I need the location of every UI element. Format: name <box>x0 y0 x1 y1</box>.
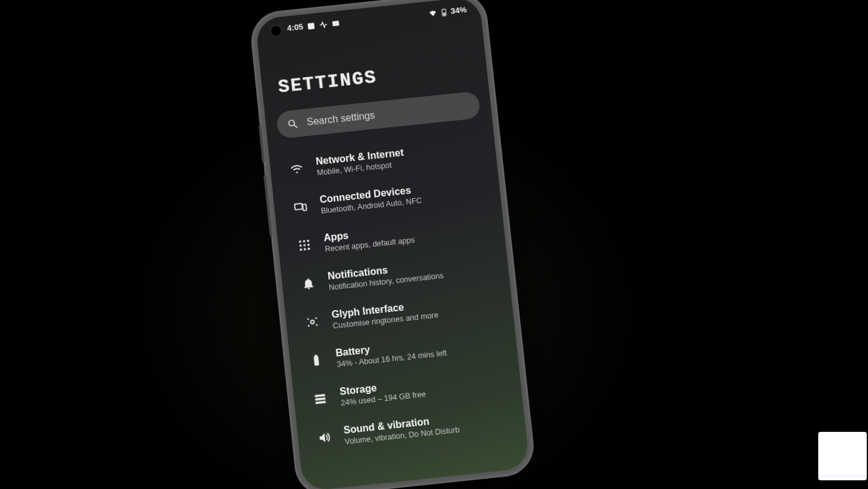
svg-line-6 <box>294 125 297 128</box>
wifi-icon <box>289 161 305 177</box>
battery-status-icon <box>439 7 448 16</box>
svg-rect-7 <box>295 203 303 209</box>
battery-icon <box>308 352 325 369</box>
svg-point-13 <box>303 244 306 247</box>
search-input[interactable]: Search settings <box>276 91 481 139</box>
svg-point-15 <box>300 249 302 251</box>
corner-widget[interactable] <box>818 432 867 480</box>
svg-point-16 <box>303 248 306 250</box>
svg-point-11 <box>307 240 309 242</box>
svg-point-10 <box>303 240 305 242</box>
svg-point-17 <box>308 247 310 250</box>
svg-rect-26 <box>315 397 326 400</box>
camera-punch-hole <box>270 25 281 36</box>
activity-icon <box>319 20 328 29</box>
devices-icon <box>292 199 308 215</box>
svg-point-18 <box>310 320 314 324</box>
apps-icon <box>297 237 313 254</box>
svg-point-20 <box>315 318 317 319</box>
status-time: 4:05 <box>287 22 303 32</box>
svg-point-14 <box>307 244 310 246</box>
settings-list: Network & Internet Mobile, Wi-Fi, hotspo… <box>269 129 526 460</box>
search-icon <box>287 118 299 130</box>
storage-icon <box>312 391 328 408</box>
svg-point-21 <box>308 325 310 327</box>
svg-rect-2 <box>332 21 339 26</box>
glyph-icon <box>304 314 320 330</box>
bell-icon <box>300 275 316 291</box>
calendar-icon <box>307 21 316 30</box>
volume-icon <box>316 429 332 446</box>
phone-screen: 4:05 <box>255 0 530 489</box>
corner-widget-bar <box>818 475 867 478</box>
page-title: SETTINGS <box>277 55 487 98</box>
svg-rect-8 <box>303 204 307 211</box>
svg-point-22 <box>316 324 318 326</box>
svg-point-12 <box>299 244 302 247</box>
status-battery-text: 34% <box>450 5 467 16</box>
wifi-status-icon <box>428 8 437 17</box>
svg-point-19 <box>307 318 309 320</box>
svg-rect-27 <box>315 401 326 404</box>
svg-rect-25 <box>315 394 325 397</box>
svg-rect-4 <box>443 12 445 15</box>
svg-point-9 <box>299 240 302 243</box>
picture-icon <box>331 19 340 28</box>
svg-rect-23 <box>313 355 319 365</box>
search-placeholder: Search settings <box>306 110 375 128</box>
svg-rect-24 <box>315 355 317 357</box>
